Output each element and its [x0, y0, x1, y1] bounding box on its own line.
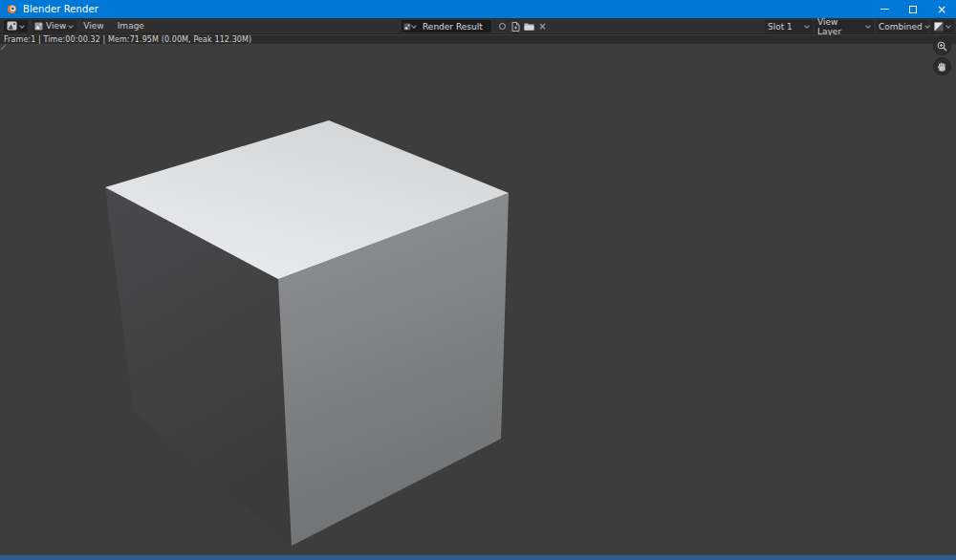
bottom-edge	[0, 555, 956, 560]
minimize-button[interactable]	[870, 0, 899, 18]
titlebar: Blender Render ×	[0, 0, 956, 18]
blender-render-window: { "window": { "title": "Blender Render" …	[0, 0, 956, 560]
chevron-down-icon	[866, 24, 871, 29]
menu-image[interactable]: Image	[111, 21, 151, 31]
pin-icon	[499, 23, 506, 30]
pin-button[interactable]	[496, 20, 509, 32]
new-image-icon	[511, 22, 520, 32]
close-button[interactable]: ×	[927, 0, 956, 18]
pan-button[interactable]	[933, 57, 951, 75]
minimize-icon	[880, 9, 889, 10]
header-right-controls: Slot 1 View Layer Combined	[765, 20, 954, 32]
editor-type-dropdown[interactable]	[4, 20, 28, 32]
menu-view[interactable]: View	[76, 21, 110, 31]
blender-logo-icon	[7, 4, 17, 14]
mode-dropdown[interactable]: View	[32, 20, 76, 32]
unlink-icon: ×	[538, 22, 546, 32]
slot-dropdown[interactable]: Slot 1	[765, 20, 813, 32]
render-pass-dropdown[interactable]: Combined	[876, 20, 929, 32]
maximize-icon	[909, 6, 917, 13]
open-image-button[interactable]	[523, 20, 535, 32]
chevron-down-icon	[69, 24, 74, 29]
window-controls: ×	[870, 0, 956, 18]
image-datablock-selector: ×	[402, 20, 549, 32]
chevron-down-icon	[946, 24, 951, 29]
image-name-field[interactable]	[419, 20, 491, 32]
slot-label: Slot 1	[768, 22, 793, 32]
display-channels-dropdown[interactable]	[931, 20, 954, 32]
chevron-down-icon	[925, 24, 930, 29]
open-image-icon	[524, 22, 534, 31]
image-editor-icon	[7, 21, 17, 31]
render-viewport[interactable]	[0, 44, 956, 555]
rendered-cube-image	[0, 44, 956, 555]
pan-icon	[937, 61, 947, 72]
render-pass-label: Combined	[879, 22, 923, 32]
image-editor-header: View View Image	[0, 18, 956, 34]
window-title: Blender Render	[23, 4, 98, 14]
chevron-down-icon	[412, 24, 417, 29]
new-image-button[interactable]	[510, 20, 522, 32]
view-layer-label: View Layer	[817, 17, 863, 36]
zoom-icon	[937, 41, 947, 52]
area-corner-handle[interactable]	[1, 45, 6, 50]
viewport-tools	[933, 37, 951, 75]
chevron-down-icon	[20, 24, 25, 29]
color-alpha-icon	[934, 22, 944, 32]
render-stats-bar: Frame:1 | Time:00:00.32 | Mem:71.95M (0.…	[0, 35, 956, 44]
render-stats-text: Frame:1 | Time:00:00.32 | Mem:71.95M (0.…	[4, 35, 251, 44]
maximize-button[interactable]	[899, 0, 927, 18]
unlink-button[interactable]: ×	[536, 20, 549, 32]
browse-image-button[interactable]	[402, 20, 419, 32]
browse-image-icon	[403, 23, 411, 31]
view-layer-dropdown[interactable]: View Layer	[815, 20, 874, 32]
mode-label: View	[46, 21, 66, 31]
datablock-buttons: ×	[496, 20, 549, 32]
close-icon: ×	[937, 4, 946, 15]
chevron-down-icon	[805, 24, 810, 29]
zoom-button[interactable]	[933, 37, 951, 55]
image-icon	[34, 22, 43, 31]
